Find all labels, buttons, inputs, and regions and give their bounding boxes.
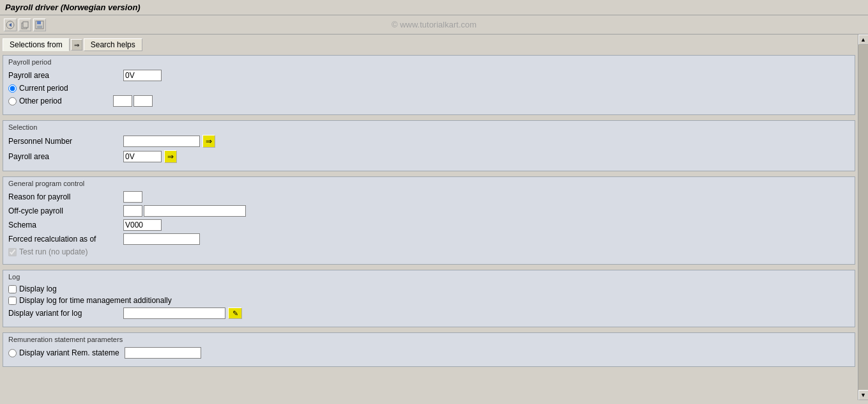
- current-period-radio[interactable]: [8, 84, 17, 93]
- current-period-row: Current period: [8, 84, 849, 93]
- remuneration-radio[interactable]: [8, 349, 17, 357]
- remuneration-section: Remuneration statement parameters Displa…: [3, 332, 855, 367]
- display-log-checkbox[interactable]: [8, 285, 17, 293]
- display-log-row: Display log: [8, 284, 849, 293]
- selection-payroll-area-row: Payroll area ⇒: [8, 150, 849, 163]
- selection-section: Selection Personnel Number ⇒ Payroll are…: [3, 120, 855, 171]
- scroll-track[interactable]: [858, 45, 869, 390]
- selection-title: Selection: [8, 123, 849, 131]
- log-section: Log Display log Display log for time man…: [3, 270, 855, 327]
- forced-recalc-input[interactable]: [123, 233, 200, 245]
- payroll-period-section: Payroll period Payroll area Current peri…: [3, 55, 855, 115]
- off-cycle-input2[interactable]: [144, 205, 246, 217]
- personnel-number-nav-btn[interactable]: ⇒: [202, 135, 215, 148]
- off-cycle-inputs: [123, 205, 246, 217]
- svg-rect-3: [23, 22, 28, 27]
- nav-arrow-icon2: ⇒: [167, 152, 174, 161]
- svg-marker-1: [9, 23, 11, 27]
- remuneration-display-label: Display variant Rem. stateme: [19, 348, 119, 357]
- selection-payroll-area-input[interactable]: [123, 151, 162, 162]
- reason-for-payroll-label: Reason for payroll: [8, 192, 123, 201]
- other-period-label: Other period: [19, 97, 62, 105]
- forced-recalc-row: Forced recalculation as of: [8, 233, 849, 245]
- svg-rect-5: [37, 21, 41, 24]
- off-cycle-input1[interactable]: [123, 205, 142, 217]
- payroll-area-input[interactable]: [123, 70, 162, 81]
- display-variant-pencil-btn[interactable]: ✎: [228, 307, 242, 319]
- other-period-input1[interactable]: [113, 95, 132, 107]
- tab-selections-from[interactable]: Selections from: [3, 38, 70, 51]
- display-variant-label: Display variant for log: [8, 309, 123, 318]
- log-title: Log: [8, 273, 849, 281]
- toolbar-save-btn[interactable]: [33, 19, 46, 31]
- display-log-time-checkbox[interactable]: [8, 297, 17, 305]
- display-log-label: Display log: [19, 284, 57, 293]
- selection-payroll-area-label: Payroll area: [8, 152, 123, 161]
- tab-arrow-icon[interactable]: ⇒: [71, 39, 82, 50]
- selection-payroll-area-nav-btn[interactable]: ⇒: [164, 150, 177, 163]
- payroll-period-title: Payroll period: [8, 58, 849, 66]
- test-run-row: Test run (no update): [8, 247, 849, 256]
- general-program-title: General program control: [8, 180, 849, 187]
- tab-search-helps[interactable]: Search helps: [84, 38, 142, 51]
- tab-row: Selections from ⇒ Search helps: [3, 38, 855, 51]
- display-log-time-row: Display log for time management addition…: [8, 296, 849, 305]
- reason-for-payroll-row: Reason for payroll: [8, 191, 849, 203]
- remuneration-title: Remuneration statement parameters: [8, 336, 849, 343]
- nav-arrow-icon: ⇒: [206, 137, 212, 146]
- title-bar: Payroll driver (Norwegian version): [0, 0, 868, 15]
- off-cycle-row: Off-cycle payroll: [8, 205, 849, 217]
- schema-input[interactable]: [123, 219, 162, 231]
- payroll-area-row: Payroll area: [8, 70, 849, 81]
- forced-recalc-label: Forced recalculation as of: [8, 235, 123, 244]
- toolbar-prev-btn[interactable]: [4, 19, 17, 31]
- scroll-down-btn[interactable]: ▼: [858, 390, 869, 400]
- reason-for-payroll-input[interactable]: [123, 191, 142, 203]
- remuneration-display-row: Display variant Rem. stateme: [8, 347, 849, 359]
- scroll-up-btn[interactable]: ▲: [858, 35, 869, 45]
- test-run-checkbox: [8, 248, 17, 256]
- payroll-area-label: Payroll area: [8, 71, 123, 80]
- other-period-input2[interactable]: [133, 95, 153, 107]
- other-period-row: Other period: [8, 95, 849, 107]
- display-log-time-label: Display log for time management addition…: [19, 296, 172, 305]
- toolbar-copy-btn[interactable]: [19, 19, 31, 31]
- schema-label: Schema: [8, 221, 123, 229]
- scroll-area: Selections from ⇒ Search helps Payroll p…: [0, 35, 858, 400]
- display-variant-input[interactable]: [123, 307, 225, 319]
- toolbar: © www.tutorialkart.com: [0, 15, 868, 35]
- scrollbar-right: ▲ ▼: [858, 35, 868, 400]
- remuneration-display-input[interactable]: [125, 347, 201, 359]
- main-content: Selections from ⇒ Search helps Payroll p…: [0, 35, 868, 400]
- general-program-section: General program control Reason for payro…: [3, 176, 855, 265]
- personnel-number-input[interactable]: [123, 136, 200, 147]
- off-cycle-label: Off-cycle payroll: [8, 206, 123, 215]
- personnel-number-label: Personnel Number: [8, 137, 123, 146]
- current-period-label: Current period: [19, 84, 68, 93]
- personnel-number-row: Personnel Number ⇒: [8, 135, 849, 148]
- schema-row: Schema: [8, 219, 849, 231]
- test-run-label: Test run (no update): [19, 247, 88, 256]
- other-period-radio[interactable]: [8, 97, 17, 105]
- display-variant-row: Display variant for log ✎: [8, 307, 849, 319]
- watermark: © www.tutorialkart.com: [392, 20, 476, 29]
- pencil-icon: ✎: [232, 309, 238, 318]
- svg-rect-6: [37, 26, 42, 28]
- window-title: Payroll driver (Norwegian version): [5, 3, 141, 12]
